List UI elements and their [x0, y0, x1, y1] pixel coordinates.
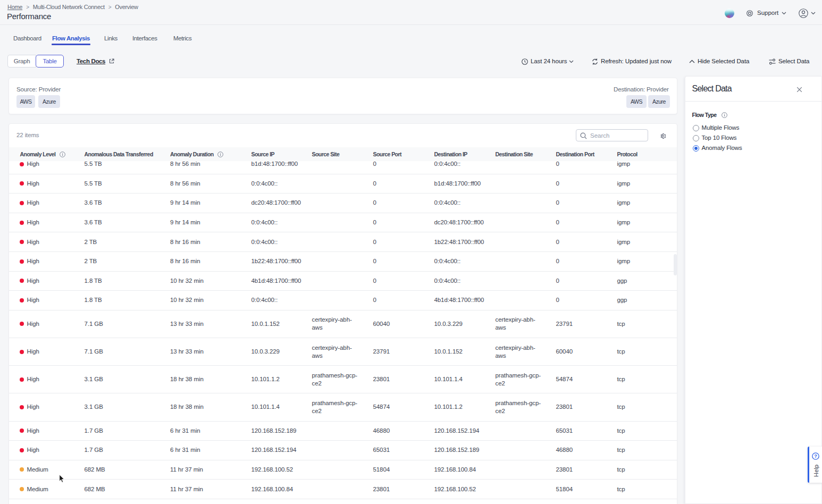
svg-text:?: ?	[814, 453, 817, 459]
